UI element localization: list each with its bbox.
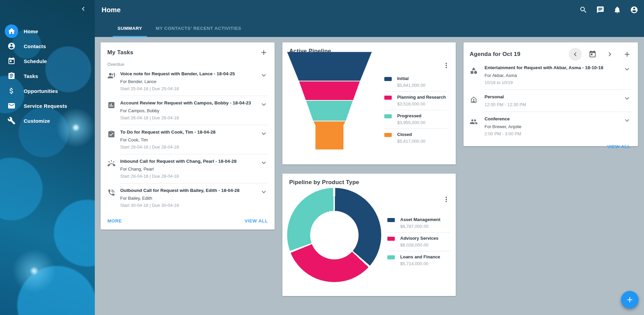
search-icon[interactable] [579, 6, 587, 14]
product-pipeline-menu-icon[interactable] [442, 195, 450, 203]
task-for: For Campos, Bobby [120, 108, 257, 113]
pipeline-menu-icon[interactable] [442, 61, 450, 70]
sidebar-item-service-requests[interactable]: Service Requests [0, 99, 95, 113]
legend-value: $5,714,000.00 [400, 261, 440, 266]
tasks-group-label: Overdue [107, 62, 268, 67]
calendar-today-icon[interactable] [588, 50, 597, 58]
task-dates: Start 28-04-18 | Due 28-04-18 [120, 174, 257, 179]
product-pipeline-card: Pipeline by Product Type Asset Managemen… [282, 174, 456, 296]
legend-value: $3,516,000.00 [397, 101, 446, 106]
expand-appointment-icon[interactable] [623, 116, 631, 124]
expand-task-icon[interactable] [260, 71, 268, 79]
legend-value: $5,641,000.00 [397, 83, 425, 88]
expand-task-icon[interactable] [260, 100, 268, 109]
legend-color-chip [384, 96, 392, 100]
expand-task-icon[interactable] [260, 188, 268, 196]
agenda-item-title: Personal [485, 94, 620, 99]
agenda-view-all-button[interactable]: VIEW ALL [607, 144, 630, 149]
expand-task-icon[interactable] [260, 159, 268, 167]
agenda-card: Agenda for Oct 19 Entertainment for Requ… [464, 42, 638, 146]
sidebar-item-icon-wrap [5, 24, 18, 38]
legend-color-chip [384, 133, 392, 137]
agenda-row: Conference For Brewer, Anjolie 2:00 PM -… [470, 112, 631, 141]
legend-value: $6,787,000.00 [400, 224, 440, 229]
account-icon[interactable] [630, 6, 638, 14]
funnel-legend: Initial $5,641,000.00 Planning and Resea… [384, 73, 447, 147]
tasks-view-all-button[interactable]: VIEW ALL [244, 218, 268, 223]
more-button[interactable]: MORE [107, 218, 122, 223]
expand-task-icon[interactable] [260, 130, 268, 138]
account-review-icon [107, 101, 115, 109]
sidebar-item-label: Tasks [24, 73, 38, 79]
legend-row: Advisory Services $6,028,000.00 [387, 233, 450, 251]
add-appointment-icon[interactable] [623, 50, 631, 58]
create-fab-button[interactable] [621, 291, 639, 309]
sidebar-item-icon-wrap [5, 69, 18, 83]
agenda-row: Entertainment for Request with Akbar, As… [470, 61, 631, 90]
agenda-item-for: For Brewer, Anjolie [485, 124, 620, 129]
product-pipeline-title: Pipeline by Product Type [289, 179, 359, 185]
sidebar-item-customize[interactable]: Customize [0, 114, 95, 127]
agenda-prev-button[interactable] [569, 48, 582, 61]
donut-chart [287, 188, 381, 282]
sidebar: Home Contacts Schedule Tasks Opportuniti… [0, 0, 95, 315]
chat-icon[interactable] [596, 6, 604, 14]
add-task-icon[interactable] [260, 48, 268, 57]
collapse-sidebar-icon[interactable] [79, 5, 87, 13]
legend-color-chip [387, 218, 395, 222]
legend-label: Asset Management [400, 217, 440, 222]
agenda-row: Personal 12:00 PM - 12:30 PM [470, 90, 631, 112]
task-dates: Start 28-04-18 | Due 28-04-18 [120, 144, 257, 150]
legend-row: Initial $5,641,000.00 [384, 73, 447, 92]
agenda-item-title: Conference [485, 116, 620, 121]
legend-row: Asset Management $6,787,000.00 [387, 214, 450, 233]
sidebar-item-label: Schedule [24, 58, 47, 64]
tab-summary[interactable]: SUMMARY [113, 20, 147, 37]
sidebar-item-tasks[interactable]: Tasks [0, 69, 95, 83]
sidebar-nav: Home Contacts Schedule Tasks Opportuniti… [0, 24, 95, 129]
sidebar-item-icon-wrap [5, 39, 18, 53]
task-row: Voice note for Request with Bender, Lanc… [107, 67, 268, 96]
task-title: Account Review for Request with Campos, … [120, 100, 257, 105]
agenda-item-time: 12:00 PM - 12:30 PM [485, 102, 620, 107]
agenda-list: Entertainment for Request with Akbar, As… [470, 61, 631, 141]
task-dates: Start 26-04-18 | Due 26-04-18 [120, 115, 257, 120]
sidebar-item-icon-wrap [5, 54, 18, 68]
legend-label: Planning and Research [397, 95, 446, 100]
page-title: Home [102, 6, 121, 14]
tasks-icon [7, 72, 16, 80]
main-content: My Tasks Overdue Voice note for Request … [95, 37, 644, 315]
inbound-call-icon [107, 159, 115, 168]
legend-label: Closed [397, 132, 425, 137]
legend-value: $6,028,000.00 [400, 242, 438, 248]
opportunities-icon [7, 87, 16, 95]
legend-color-chip [387, 237, 395, 241]
legend-value: $3,955,000.00 [397, 120, 425, 125]
funnel-chart [286, 51, 373, 150]
service-requests-icon [7, 102, 16, 110]
home-icon [7, 27, 16, 35]
legend-label: Initial [397, 76, 425, 81]
schedule-icon [7, 57, 16, 65]
legend-label: Progressed [397, 113, 425, 118]
sidebar-item-opportunities[interactable]: Opportunities [0, 84, 95, 98]
tab-recent-activities[interactable]: MY CONTACTS' RECENT ACTIVITIES [151, 20, 246, 37]
expand-appointment-icon[interactable] [623, 65, 631, 73]
chevron-right-icon[interactable] [606, 50, 614, 58]
task-row: Outbound Call for Request with Bailey, E… [107, 183, 268, 212]
legend-value: $5,417,000.00 [397, 139, 425, 144]
legend-row: Closed $5,417,000.00 [384, 129, 447, 147]
sidebar-item-label: Contacts [24, 43, 46, 49]
customize-icon [7, 117, 16, 125]
donut-legend: Asset Management $6,787,000.00 Advisory … [387, 214, 450, 270]
agenda-title: Agenda for Oct 19 [470, 51, 520, 58]
notifications-icon[interactable] [613, 6, 621, 14]
expand-appointment-icon[interactable] [623, 94, 631, 102]
legend-label: Loans and Finance [400, 254, 440, 259]
contacts-icon [7, 42, 16, 50]
sidebar-item-contacts[interactable]: Contacts [0, 39, 95, 53]
sidebar-item-label: Service Requests [24, 103, 67, 109]
sidebar-item-schedule[interactable]: Schedule [0, 54, 95, 68]
active-pipeline-card: Active Pipeline Initial $5,641,000.00 Pl… [282, 42, 456, 164]
sidebar-item-home[interactable]: Home [0, 24, 95, 38]
